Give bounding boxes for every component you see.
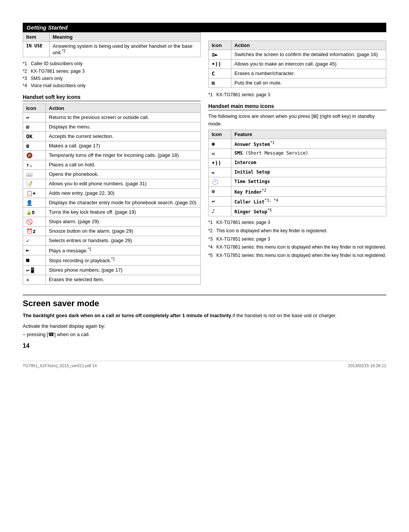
- action-store: Stores phone numbers. (page 17): [46, 265, 201, 275]
- table-row: 📝 Allows you to edit phone numbers. (pag…: [23, 179, 201, 189]
- table-row: C Erases a number/character.: [209, 69, 386, 78]
- screen-saver-section: Screen saver mode The backlight goes dar…: [23, 294, 386, 339]
- table-row: 👤 Displays the character entry mode for …: [23, 198, 201, 208]
- table-row: ⊙ Key Finder*2: [209, 187, 386, 197]
- table-row: ↩📱 Stores phone numbers. (page 17): [23, 265, 201, 275]
- right-col1-header: Icon: [209, 41, 231, 50]
- icon-key-finder: ⊙: [209, 187, 231, 197]
- right-col2-header: Action: [231, 41, 386, 50]
- icon-ringer-setup: ♪: [209, 207, 231, 216]
- table-row: ■ Stops recording or playback.*1: [23, 255, 201, 265]
- right-top-table: Icon Action ≡► Switches the screen to co…: [208, 41, 386, 88]
- action-char-entry: Displays the character entry mode for ph…: [46, 198, 201, 208]
- icon-detail: ≡►: [209, 50, 231, 59]
- table-row: 🔒O Turns the key lock feature off. (page…: [23, 208, 201, 217]
- footer-left: TG7851_61FX(en)_0215_ver011.pdf 14: [23, 363, 97, 368]
- footnote-r1: *1 KX-TG7861 series: page 3: [208, 91, 386, 99]
- icon-erase: ✕: [23, 275, 46, 284]
- table-row: ↩ Caller List*3, *4: [209, 197, 386, 207]
- action-select: Selects entries or handsets. (page 29): [46, 236, 201, 246]
- footnote-3: *3 SMS users only: [23, 75, 201, 82]
- icon-stop: ■: [23, 255, 46, 265]
- table-row: IN USE Answering system is being used by…: [23, 42, 201, 57]
- page-footer: TG7851_61FX(en)_0215_ver011.pdf 14 2013/…: [23, 361, 386, 368]
- icon-call: ☎: [23, 141, 46, 151]
- icon-initial-setup: ✒: [209, 168, 231, 177]
- table-row: 🔕 Temporarily turns off the ringer for i…: [23, 151, 201, 160]
- page-content: Getting Started Item Meaning IN USE: [23, 23, 386, 368]
- feature-time-settings: Time Settings: [231, 177, 386, 187]
- table-row: 🕐 Time Settings: [209, 177, 386, 187]
- table-row: ✕ Erases the selected item.: [23, 275, 201, 284]
- main-menu-table: Icon Feature ◉ Answer System*1 ✉ SMS (Sh…: [208, 130, 386, 216]
- table-row: ≡► Switches the screen to confirm the de…: [209, 50, 386, 59]
- icon-snooze: ⏰z: [23, 227, 46, 236]
- hmf-4: *4 KX-TG7861 series: this menu icon is d…: [208, 243, 386, 252]
- screen-saver-title: Screen saver mode: [23, 294, 386, 308]
- action-detail: Switches the screen to confirm the detai…: [231, 50, 386, 59]
- footnote-4: *4 Voice mail subscribers only: [23, 82, 201, 89]
- icon-phonebook: 📖: [23, 170, 46, 179]
- table-row: ♪ Ringer Setup*5: [209, 207, 386, 216]
- feature-caller-list: Caller List*3, *4: [231, 197, 386, 207]
- hmf-3: *3 KX-TG7851 series: page 3: [208, 235, 386, 244]
- hmf-5: *5 KX-TG7851 series: this menu icon is d…: [208, 252, 386, 260]
- action-stop: Stops recording or playback.*1: [46, 255, 201, 265]
- table-row: 📖 Opens the phonebook.: [23, 170, 201, 179]
- table-row: ☎ Makes a call. (page 17): [23, 141, 201, 151]
- icon-edit-phone: 📝: [23, 179, 46, 189]
- action-key-lock: Turns the key lock feature off. (page 19…: [46, 208, 201, 217]
- action-stop-alarm: Stops alarm. (page 29): [46, 217, 201, 227]
- soft-keys-title: Handset soft key icons: [23, 94, 201, 101]
- table-row: ⏰z Snooze button on the alarm. (page 29): [23, 227, 201, 236]
- action-menu: Displays the menu.: [46, 122, 201, 132]
- icon-caller-list: ↩: [209, 197, 231, 207]
- footnote-2: *2 KX-TG7861 series: page 3: [23, 68, 201, 75]
- left-column: Item Meaning IN USE Answering system is …: [23, 32, 201, 285]
- soft-keys-col2: Action: [46, 104, 201, 113]
- footnote-1: *1 Caller ID subscribers only: [23, 60, 201, 67]
- icon-add-entry: 📋+: [23, 189, 46, 198]
- page-number: 14: [23, 343, 386, 349]
- icon-answer-sys: ◉: [209, 139, 231, 149]
- table-row: ► Plays a message.*1: [23, 246, 201, 255]
- menu-col1: Icon: [209, 130, 231, 139]
- action-phonebook: Opens the phonebook.: [46, 170, 201, 179]
- feature-intercom: Intercom: [231, 158, 386, 168]
- action-call: Makes a call. (page 17): [46, 141, 201, 151]
- action-mute: Puts the call on mute.: [231, 78, 386, 88]
- action-ringer-off: Temporarily turns off the ringer for inc…: [46, 151, 201, 160]
- icon-stop-alarm: 🚫: [23, 217, 46, 227]
- meaning-in-use: Answering system is being used by anothe…: [50, 42, 201, 57]
- action-snooze: Snooze button on the alarm. (page 29): [46, 227, 201, 236]
- action-ok: Accepts the current selection.: [46, 132, 201, 141]
- getting-started-title: Getting Started: [23, 23, 386, 32]
- icon-select: ✓: [23, 236, 46, 246]
- action-edit-phone: Allows you to edit phone numbers. (page …: [46, 179, 201, 189]
- table-row: ✓ Selects entries or handsets. (page 29): [23, 236, 201, 246]
- main-menu-description: The following icons are shown when you p…: [208, 113, 386, 127]
- feature-ringer-setup: Ringer Setup*5: [231, 207, 386, 216]
- icon-sms: ✉: [209, 149, 231, 158]
- main-menu-footnotes: *1 KX-TG7861 series: page 3 *2 This icon…: [208, 219, 386, 260]
- icon-key-lock: 🔒O: [23, 208, 46, 217]
- table-row: OK Accepts the current selection.: [23, 132, 201, 141]
- icon-menu: ⊞: [23, 122, 46, 132]
- hmf-2: *2 This icon is displayed when the key f…: [208, 227, 386, 235]
- table-row: 📋+ Adds new entry. (page 22, 30): [23, 189, 201, 198]
- table-row: ⊞ Displays the menu.: [23, 122, 201, 132]
- soft-keys-table: Icon Action ↩ Returns to the previous sc…: [23, 103, 201, 285]
- action-erase-c: Erases a number/character.: [231, 69, 386, 78]
- soft-keys-col1: Icon: [23, 104, 46, 113]
- main-menu-title: Handset main menu icons: [208, 103, 386, 110]
- table-row: ◉ Answer System*1: [209, 139, 386, 149]
- icon-back: ↩: [23, 113, 46, 122]
- icon-time-settings: 🕐: [209, 177, 231, 187]
- feature-answer-sys: Answer System*1: [231, 139, 386, 149]
- table-row: ↑. Places a call on hold.: [23, 160, 201, 170]
- icon-store: ↩📱: [23, 265, 46, 275]
- icon-mute: ⊠: [209, 78, 231, 88]
- action-erase: Erases the selected item.: [46, 275, 201, 284]
- action-intercom-r: Allows you to make an intercom call. (pa…: [231, 59, 386, 69]
- action-hold: Places a call on hold.: [46, 160, 201, 170]
